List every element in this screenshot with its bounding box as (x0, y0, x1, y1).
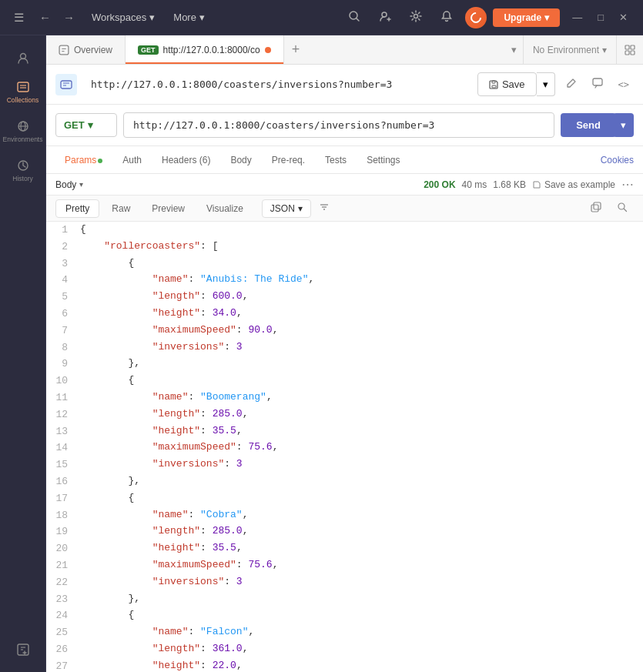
json-line: 17 { (46, 490, 643, 507)
titlebar: ☰ ← → Workspaces ▾ More ▾ (0, 0, 643, 35)
cookies-button[interactable]: Cookies (601, 155, 634, 165)
svg-line-1 (357, 18, 359, 21)
svg-rect-24 (625, 51, 629, 55)
status-time: 40 ms (462, 179, 487, 190)
format-tab-visualize[interactable]: Visualize (197, 200, 253, 217)
postman-logo (465, 7, 487, 28)
status-ok: 200 OK (424, 179, 455, 190)
json-line: 7 "maximumSpeed": 90.0, (46, 323, 643, 339)
sidebar-item-profile[interactable] (3, 45, 43, 71)
more-button[interactable]: More ▾ (167, 8, 211, 26)
tab-tests[interactable]: Tests (316, 150, 356, 170)
new-tab-button[interactable]: + (284, 35, 308, 64)
body-bar: Body ▾ 200 OK 40 ms 1.68 KB Save as exam… (46, 174, 643, 196)
back-button[interactable]: ← (35, 8, 55, 27)
invite-button[interactable] (373, 7, 397, 28)
tab-params[interactable]: Params (55, 150, 112, 170)
json-line: 27 "height": 22.0, (46, 658, 643, 672)
method-select[interactable]: GET ▾ (55, 113, 117, 137)
tab-grid-icon[interactable] (616, 35, 643, 64)
tab-settings[interactable]: Settings (357, 150, 409, 170)
json-line: 21 "maximumSpeed": 75.6, (46, 557, 643, 574)
json-line: 10 { (46, 373, 643, 389)
tab-body[interactable]: Body (221, 150, 260, 170)
json-line: 18 "name": "Cobra", (46, 507, 643, 524)
json-line: 22 "inversions": 3 (46, 574, 643, 591)
svg-point-37 (618, 203, 625, 209)
send-button-group: Send ▾ (561, 113, 634, 137)
workspaces-button[interactable]: Workspaces ▾ (85, 8, 161, 26)
json-line: 20 "height": 35.5, (46, 540, 643, 557)
status-size: 1.68 KB (493, 179, 526, 190)
environment-selector[interactable]: No Environment ▾ (523, 35, 616, 64)
url-display: http://127.0.0.1:8000/coasters/inversion… (83, 74, 471, 95)
copy-button[interactable] (584, 199, 608, 218)
svg-rect-23 (631, 45, 635, 49)
svg-point-2 (382, 12, 387, 17)
tab-method-badge: GET (138, 45, 159, 55)
format-tab-raw[interactable]: Raw (102, 200, 139, 217)
params-bar: Params Auth Headers (6) Body Pre-req. Te… (46, 146, 643, 174)
close-button[interactable]: ✕ (613, 8, 634, 26)
sidebar-item-environments[interactable]: Environments (3, 113, 43, 149)
json-line: 12 "length": 285.0, (46, 406, 643, 423)
tab-headers[interactable]: Headers (6) (152, 150, 219, 170)
maximize-button[interactable]: □ (591, 8, 610, 26)
json-type-select[interactable]: JSON ▾ (262, 199, 311, 218)
body-chevron[interactable]: ▾ (79, 180, 83, 189)
tab-dropdown-button[interactable]: ▾ (505, 44, 523, 55)
save-button[interactable]: Save (477, 72, 537, 96)
upgrade-button[interactable]: Upgrade ▾ (493, 8, 560, 27)
send-dropdown-button[interactable]: ▾ (613, 113, 634, 137)
save-dropdown-button[interactable]: ▾ (537, 72, 555, 96)
svg-line-38 (625, 209, 627, 212)
code-button[interactable]: <> (614, 75, 634, 95)
tab-prereq[interactable]: Pre-req. (263, 150, 314, 170)
nav-buttons: ← → (35, 8, 79, 27)
svg-rect-19 (59, 45, 69, 55)
minimize-button[interactable]: — (566, 8, 588, 26)
json-line: 3 { (46, 256, 643, 272)
json-line: 14 "maximumSpeed": 75.6, (46, 440, 643, 456)
format-tab-pretty[interactable]: Pretty (55, 199, 99, 218)
tab-unsaved-dot (265, 47, 271, 53)
json-line: 11 "name": "Boomerang", (46, 389, 643, 406)
format-right-icons (584, 199, 634, 218)
tab-auth[interactable]: Auth (113, 150, 151, 170)
tab-active-request[interactable]: GET http://127.0.0.1:8000/co (126, 35, 284, 64)
hamburger-menu-button[interactable]: ☰ (9, 8, 28, 28)
content-area: Overview GET http://127.0.0.1:8000/co + … (46, 35, 643, 672)
svg-rect-35 (594, 202, 601, 209)
svg-rect-25 (631, 51, 635, 55)
sidebar-item-collections[interactable]: Collections (3, 74, 43, 110)
filter-button[interactable] (314, 199, 334, 218)
settings-button[interactable] (404, 7, 428, 28)
svg-rect-22 (625, 45, 629, 49)
search-json-button[interactable] (611, 199, 634, 218)
send-button[interactable]: Send (561, 113, 616, 137)
comment-button[interactable] (588, 73, 608, 95)
svg-rect-29 (492, 85, 496, 88)
format-tab-preview[interactable]: Preview (142, 200, 194, 217)
url-input[interactable] (123, 112, 554, 138)
json-line: 19 "length": 285.0, (46, 523, 643, 540)
svg-rect-7 (18, 82, 28, 92)
tab-overview[interactable]: Overview (46, 35, 126, 64)
save-button-group: Save ▾ (477, 72, 555, 96)
svg-rect-26 (61, 81, 72, 89)
svg-rect-30 (492, 81, 495, 83)
tabbar: Overview GET http://127.0.0.1:8000/co + … (46, 35, 643, 65)
more-options-button[interactable]: ⋯ (621, 177, 634, 192)
search-button[interactable] (342, 7, 367, 28)
forward-button[interactable]: → (59, 8, 79, 27)
save-example-button[interactable]: Save as example (532, 179, 615, 190)
sidebar-bottom (3, 637, 43, 663)
sidebar-item-history[interactable]: History (3, 152, 43, 189)
sidebar-item-new[interactable] (3, 637, 43, 663)
bell-button[interactable] (434, 7, 459, 28)
edit-button[interactable] (561, 73, 581, 95)
json-line: 5 "length": 600.0, (46, 289, 643, 306)
svg-rect-36 (591, 205, 598, 212)
json-line: 15 "inversions": 3 (46, 456, 643, 473)
request-icon (55, 74, 77, 95)
